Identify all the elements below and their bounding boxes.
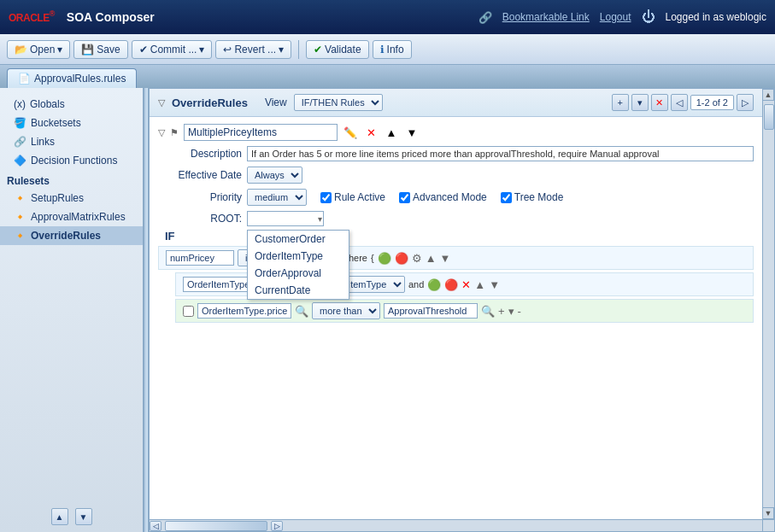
sidebar-item-bucketsets[interactable]: 🪣 Bucketsets: [0, 114, 143, 132]
root-input[interactable]: [247, 211, 324, 226]
revert-dropdown-icon: ▾: [279, 44, 284, 56]
rule-delete-icon[interactable]: ✕: [363, 125, 379, 140]
scrollbar-vertical[interactable]: ▲ ▼: [762, 89, 774, 531]
remove-cond-icon-1[interactable]: 🔴: [395, 252, 408, 265]
sidebar-item-decision-functions[interactable]: 🔷 Decision Functions: [0, 151, 143, 170]
search-value-icon-3[interactable]: 🔍: [481, 305, 495, 318]
advanced-mode-checkbox[interactable]: [399, 192, 410, 203]
rule-expand-icon[interactable]: ▽: [158, 127, 165, 138]
setup-rules-icon: 🔸: [14, 192, 26, 204]
view-label: View: [265, 96, 287, 108]
effective-date-select[interactable]: Always: [247, 167, 302, 184]
scrollbar-horizontal[interactable]: ◁ ▷: [150, 519, 762, 531]
links-icon: 🔗: [14, 136, 26, 148]
view-select[interactable]: IF/THEN Rules: [294, 94, 383, 111]
down-cond-icon-1[interactable]: ▼: [440, 252, 451, 265]
scroll-thumb-vertical[interactable]: [764, 104, 774, 130]
delete-row-icon[interactable]: -: [518, 305, 521, 318]
cond-checkbox-3[interactable]: [183, 306, 194, 317]
dropdown-item-customer-order[interactable]: CustomerOrder: [248, 231, 349, 248]
search-cond-icon-3[interactable]: 🔍: [295, 305, 308, 318]
remove-cond-icon-2[interactable]: 🔴: [444, 278, 458, 291]
revert-icon: ↩: [223, 44, 232, 56]
scroll-up-arrow[interactable]: ▲: [762, 89, 774, 101]
sidebar-nav-down[interactable]: ▼: [75, 508, 92, 525]
sidebar-item-links[interactable]: 🔗 Links: [0, 132, 143, 151]
advanced-mode-checkbox-item: Advanced Mode: [399, 191, 487, 203]
rule-options-btn[interactable]: ▾: [631, 94, 649, 111]
description-row: Description: [158, 146, 754, 161]
add-cond-icon-1[interactable]: 🟢: [378, 252, 391, 265]
rule-down-icon[interactable]: ▼: [404, 125, 420, 140]
rule-name-input[interactable]: [184, 124, 338, 141]
cond-op-3[interactable]: more than: [312, 302, 380, 319]
logout-link[interactable]: Logout: [600, 11, 631, 23]
tree-mode-label: Tree Mode: [514, 191, 564, 203]
sidebar-nav-up[interactable]: ▲: [51, 508, 68, 525]
validate-button[interactable]: ✔ Validate: [306, 40, 368, 59]
collapse-icon[interactable]: ▽: [158, 97, 165, 108]
dropdown-item-order-item-type[interactable]: OrderItemType: [248, 248, 349, 265]
tree-mode-checkbox[interactable]: [501, 192, 512, 203]
toolbar: 📂 Open ▾ 💾 Save ✔ Commit ... ▾ ↩ Revert …: [0, 34, 775, 65]
content-wrapper: ▽ OverrideRules View IF/THEN Rules + ▾ ✕…: [150, 89, 774, 531]
scroll-thumb-horizontal[interactable]: [165, 521, 267, 531]
rulesets-section: Rulesets: [0, 170, 143, 189]
cond-value-3[interactable]: [384, 303, 478, 319]
logged-in-text: Logged in as weblogic: [666, 11, 767, 23]
header-right: 🔗 Bookmarkable Link Logout ⏻ Logged in a…: [479, 9, 766, 25]
add-cond-icon-2[interactable]: 🟢: [427, 278, 441, 291]
add-row-icon[interactable]: +: [498, 305, 505, 318]
delete-rule-btn[interactable]: ✕: [651, 94, 668, 111]
rule-up-icon[interactable]: ▲: [384, 125, 399, 140]
rule-active-checkbox[interactable]: [320, 192, 332, 203]
up-cond-icon-1[interactable]: ▲: [426, 252, 437, 265]
open-button[interactable]: 📂 Open ▾: [7, 40, 70, 59]
sidebar-item-setup-rules[interactable]: 🔸 SetupRules: [0, 189, 143, 208]
priority-label: Priority: [165, 191, 242, 203]
root-row: ROOT: ▾ CustomerOrder OrderItemType Orde…: [158, 211, 754, 226]
description-input[interactable]: [247, 146, 754, 161]
approval-matrix-icon: 🔸: [14, 211, 26, 223]
nav-down-icon[interactable]: ▾: [508, 305, 514, 318]
globals-icon: (x): [14, 98, 26, 110]
sidebar-item-override-rules[interactable]: 🔸 OverrideRules: [0, 226, 143, 245]
tab-bar: 📄 ApprovalRules.rules: [0, 65, 775, 88]
rule-block: ▽ ⚑ ✏️ ✕ ▲ ▼ Description: [150, 117, 762, 332]
down-cond-icon-2[interactable]: ▼: [489, 278, 500, 291]
commit-button[interactable]: ✔ Commit ... ▾: [132, 40, 213, 59]
priority-select[interactable]: medium: [247, 189, 307, 206]
delete-cond-icon-2[interactable]: ✕: [461, 278, 471, 291]
root-select-wrapper: ▾ CustomerOrder OrderItemType OrderAppro…: [247, 211, 324, 226]
nav-controls: + ▾ ✕ ◁ 1-2 of 2 ▷: [612, 94, 754, 111]
up-cond-icon-2[interactable]: ▲: [474, 278, 485, 291]
content-header: ▽ OverrideRules View IF/THEN Rules + ▾ ✕…: [150, 89, 762, 117]
revert-button[interactable]: ↩ Revert ... ▾: [215, 40, 291, 59]
save-button[interactable]: 💾 Save: [73, 40, 127, 59]
cond-field-1[interactable]: [166, 250, 234, 266]
gear-cond-icon-1[interactable]: ⚙: [412, 252, 422, 265]
sidebar-item-approval-matrix-rules[interactable]: 🔸 ApprovalMatrixRules: [0, 208, 143, 226]
rule-edit-icon[interactable]: ✏️: [343, 125, 358, 140]
next-page-btn[interactable]: ▷: [737, 94, 754, 111]
dropdown-item-order-approval[interactable]: OrderApproval: [248, 265, 349, 282]
app-header: ORACLE® SOA Composer 🔗 Bookmarkable Link…: [0, 0, 775, 34]
approval-rules-tab[interactable]: 📄 ApprovalRules.rules: [7, 68, 137, 88]
oracle-logo: ORACLE®: [9, 9, 55, 25]
scroll-right-arrow[interactable]: ▷: [271, 521, 283, 531]
oracle-text: ORACLE: [9, 12, 50, 24]
info-button[interactable]: ℹ Info: [373, 40, 412, 59]
scroll-down-arrow[interactable]: ▼: [762, 507, 774, 519]
separator: [298, 40, 299, 59]
prev-page-btn[interactable]: ◁: [671, 94, 688, 111]
sidebar-item-globals[interactable]: (x) Globals: [0, 95, 143, 114]
add-rule-btn[interactable]: +: [612, 94, 629, 111]
effective-date-row: Effective Date Always: [158, 167, 754, 184]
scroll-left-arrow[interactable]: ◁: [150, 521, 161, 531]
cond-field-3[interactable]: [197, 303, 291, 319]
ruleset-name: OverrideRules: [172, 96, 248, 109]
bookmarkable-link[interactable]: Bookmarkable Link: [502, 11, 590, 23]
logo-area: ORACLE® SOA Composer: [9, 9, 155, 25]
commit-dropdown-icon: ▾: [199, 44, 204, 56]
dropdown-item-current-date[interactable]: CurrentDate: [248, 282, 349, 299]
